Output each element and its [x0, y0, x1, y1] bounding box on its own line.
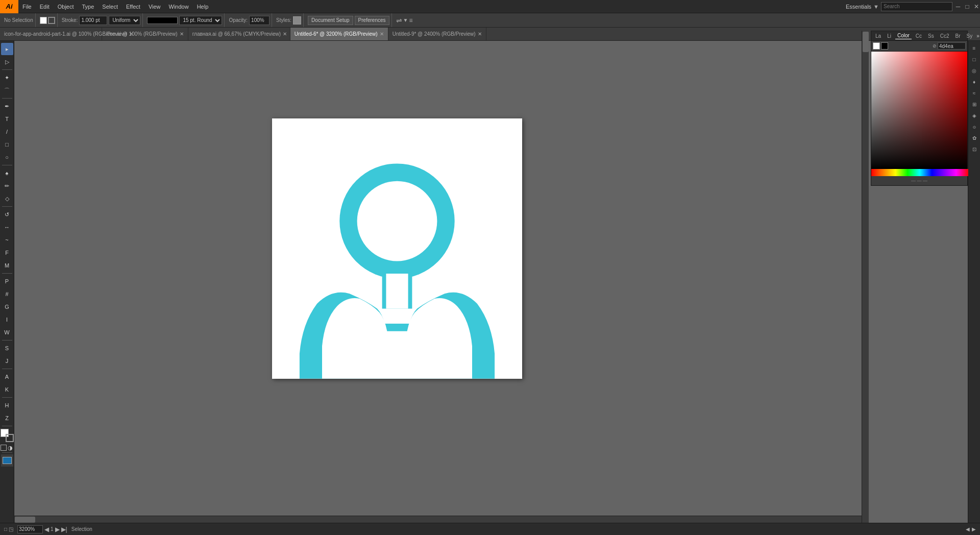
- ellipse-tool[interactable]: ○: [1, 151, 13, 163]
- perspective-tool[interactable]: P: [1, 275, 13, 287]
- shape-builder-tool[interactable]: M: [1, 259, 13, 272]
- none-icon[interactable]: [1, 445, 7, 451]
- tab-4[interactable]: Untitled-9* @ 2400% (RGB/Preview) ✕: [388, 28, 486, 40]
- tab-3[interactable]: Untitled-6* @ 3200% (RGB/Preview) ✕: [290, 28, 388, 40]
- hand-tool[interactable]: H: [1, 399, 13, 411]
- hue-canvas[interactable]: [871, 169, 968, 176]
- panel-expand-icon[interactable]: »: [976, 33, 979, 39]
- panel-icon-1[interactable]: ≡: [969, 43, 979, 53]
- color-gradient[interactable]: [871, 52, 967, 169]
- graph-tool[interactable]: J: [1, 355, 13, 367]
- line-tool[interactable]: /: [1, 126, 13, 138]
- artboard-tool[interactable]: A: [1, 371, 13, 383]
- stroke-cap-select[interactable]: 15 pt. Round: [179, 16, 222, 25]
- scale-tool[interactable]: ↔: [1, 221, 13, 233]
- screen-icon-1[interactable]: □: [4, 526, 7, 532]
- panel-tab-cc[interactable]: Cc: [914, 33, 924, 39]
- background-swatch[interactable]: [881, 42, 888, 50]
- panel-icon-6[interactable]: ⊞: [969, 99, 979, 109]
- foreground-swatch[interactable]: [873, 42, 880, 50]
- panel-tab-cc2[interactable]: Cc2: [938, 33, 951, 39]
- nav-left-icon[interactable]: ◀: [966, 526, 970, 532]
- panel-icon-3[interactable]: ◎: [969, 65, 979, 76]
- panel-icon-9[interactable]: ✿: [969, 133, 979, 143]
- vertical-scroll-thumb[interactable]: [863, 32, 869, 52]
- tab-close-3[interactable]: ✕: [380, 31, 384, 37]
- search-input[interactable]: [881, 2, 952, 11]
- panel-icon-5[interactable]: ≈: [969, 88, 979, 98]
- color-canvas[interactable]: [871, 52, 967, 169]
- zoom-tool[interactable]: Z: [1, 412, 13, 424]
- paintbrush-tool[interactable]: ♠: [1, 167, 13, 179]
- panel-tab-sy[interactable]: Sy: [965, 33, 975, 39]
- fill-color-swatch[interactable]: [40, 17, 47, 24]
- menu-window[interactable]: Window: [165, 0, 193, 13]
- restore-button[interactable]: □: [964, 3, 971, 10]
- next-page-icon[interactable]: ▶: [55, 526, 60, 533]
- styles-box[interactable]: [293, 16, 301, 25]
- menu-type[interactable]: Type: [78, 0, 99, 13]
- hue-spectrum[interactable]: [871, 169, 967, 176]
- opacity-input[interactable]: [249, 16, 270, 25]
- document-setup-button[interactable]: Document Setup: [308, 16, 353, 25]
- pen-tool[interactable]: ✒: [1, 100, 13, 112]
- screen-icon-2[interactable]: ◳: [9, 526, 13, 532]
- canvas-area[interactable]: [14, 41, 968, 523]
- tab-close-2[interactable]: ✕: [283, 31, 287, 37]
- color-icon[interactable]: ◑: [8, 445, 14, 451]
- collapse-panels-icon[interactable]: ≡: [409, 17, 412, 24]
- menu-select[interactable]: Select: [98, 0, 122, 13]
- stroke-width-input[interactable]: [79, 16, 107, 25]
- rotate-tool[interactable]: ↺: [1, 208, 13, 221]
- panel-tab-br[interactable]: Br: [953, 33, 963, 39]
- eraser-tool[interactable]: ◇: [1, 192, 13, 205]
- panel-arrow-icon[interactable]: ▼: [403, 17, 408, 23]
- panel-tab-li[interactable]: Li: [885, 33, 893, 39]
- menu-file[interactable]: File: [18, 0, 36, 13]
- menu-view[interactable]: View: [144, 0, 165, 13]
- rect-tool[interactable]: □: [1, 138, 13, 151]
- prev-page-icon[interactable]: ◀: [44, 526, 49, 533]
- blend-tool[interactable]: W: [1, 326, 13, 338]
- panel-icon-10[interactable]: ⊡: [969, 144, 979, 154]
- close-button[interactable]: ✕: [973, 3, 980, 10]
- menu-edit[interactable]: Edit: [36, 0, 54, 13]
- warp-tool[interactable]: ~: [1, 234, 13, 246]
- tab-close-4[interactable]: ✕: [478, 31, 482, 37]
- panel-tab-ss[interactable]: Ss: [926, 33, 936, 39]
- tab-1[interactable]: icon.ai @ 100% (RGB/Preview) ✕: [102, 28, 188, 40]
- panel-icon-2[interactable]: □: [969, 54, 979, 64]
- stroke-color-swatch[interactable]: [48, 17, 55, 24]
- hex-input[interactable]: [938, 42, 966, 50]
- panel-tab-la[interactable]: La: [873, 33, 883, 39]
- menu-help[interactable]: Help: [193, 0, 213, 13]
- stroke-type-select[interactable]: Uniform: [109, 16, 140, 25]
- panel-tab-color[interactable]: Color: [895, 32, 912, 39]
- panel-icon-4[interactable]: ♦: [969, 77, 979, 87]
- free-transform-tool[interactable]: F: [1, 247, 13, 259]
- menu-effect[interactable]: Effect: [122, 0, 144, 13]
- tab-2[interactable]: главная.ai @ 66,67% (CMYK/Preview) ✕: [188, 28, 290, 40]
- panel-icon-7[interactable]: ◈: [969, 110, 979, 120]
- panel-icon-8[interactable]: ⌾: [969, 121, 979, 132]
- magic-wand-tool[interactable]: ✦: [1, 71, 13, 84]
- gradient-tool[interactable]: G: [1, 301, 13, 313]
- nav-right-icon[interactable]: ▶: [972, 526, 976, 532]
- preferences-button[interactable]: Preferences: [355, 16, 389, 25]
- minimize-button[interactable]: ─: [954, 3, 962, 10]
- mesh-tool[interactable]: #: [1, 288, 13, 300]
- essentials-dropdown-icon[interactable]: ▼: [873, 4, 879, 10]
- pencil-tool[interactable]: ✏: [1, 180, 13, 192]
- eyedropper-tool[interactable]: I: [1, 313, 13, 326]
- selection-tool[interactable]: ▸: [1, 43, 13, 55]
- panel-toggle-icon[interactable]: ⇌: [396, 16, 402, 25]
- direct-selection-tool[interactable]: ▷: [1, 56, 13, 68]
- stroke-color-picker[interactable]: [6, 434, 14, 442]
- slice-tool[interactable]: K: [1, 383, 13, 396]
- last-page-icon[interactable]: ▶|: [61, 526, 67, 533]
- menu-object[interactable]: Object: [54, 0, 78, 13]
- lasso-tool[interactable]: ⌒: [1, 84, 13, 96]
- type-tool[interactable]: T: [1, 113, 13, 125]
- tab-close-1[interactable]: ✕: [180, 31, 184, 37]
- artboard-preview[interactable]: [1, 454, 13, 467]
